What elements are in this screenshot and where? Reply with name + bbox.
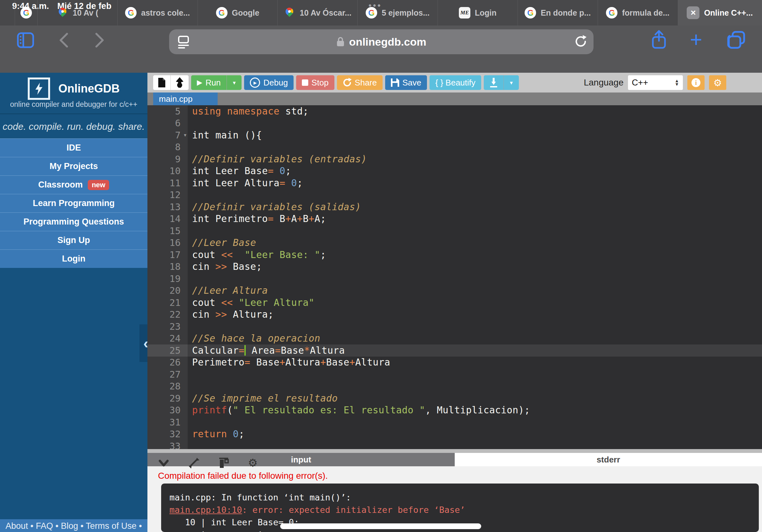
download-options-dropdown[interactable]: ▼ [504,75,519,90]
code-line-30[interactable]: 30printf(" El resultado es: El resultado… [147,404,762,417]
forward-icon[interactable] [93,32,106,48]
page-menu-icon[interactable] [176,34,191,49]
code-line-18[interactable]: 18cin >> Base; [147,261,762,273]
code-line-15[interactable]: 15 [147,225,762,237]
code-line-27[interactable]: 27 [147,368,762,380]
tab-title: formula de... [622,8,669,18]
tab-stderr[interactable]: stderr [455,453,762,466]
tab-title: Online C++... [704,8,753,18]
browser-tab[interactable]: GEn donde p... [518,0,598,26]
code-text: Perimetro= Base+Altura+Base+Altura [188,357,762,369]
horizontal-scrollbar[interactable] [280,523,481,529]
code-text [188,416,762,428]
gear-icon: ⚙ [714,77,722,88]
code-text: using namespace std; [188,105,762,117]
new-tab-icon[interactable]: + [690,31,702,48]
info-button[interactable]: i [687,75,705,90]
code-line-11[interactable]: 11int Leer Altura= 0; [147,177,762,189]
sidebar-footer-links[interactable]: About • FAQ • Blog • Terms of Use • [0,519,147,532]
new-file-button[interactable] [153,75,170,90]
line-number: 14 [147,213,188,225]
browser-tab[interactable]: ×Online C++... [678,0,762,26]
sidebar-item-my-projects[interactable]: My Projects [0,157,147,175]
browser-tab[interactable]: 10 Av Óscar... [277,0,358,26]
sidebar-item-classroom[interactable]: Classroomnew [0,175,147,194]
browser-tab[interactable]: G5 ejemplos... [358,0,438,26]
settings-button[interactable]: ⚙ [709,75,726,90]
beautify-button[interactable]: { } Beautify [429,75,481,90]
code-line-26[interactable]: 26Perimetro= Base+Altura+Base+Altura [147,357,762,369]
sidebar-toggle-icon[interactable] [17,31,35,49]
browser-tab[interactable]: Gformula de... [598,0,678,26]
code-line-22[interactable]: 22cin >> Altura; [147,309,762,321]
ipad-screen: 9:44 a.m.Mié 12 de feb ••• 77% [0,0,762,532]
save-button[interactable]: Save [385,75,427,90]
debug-button[interactable]: ▶Debug [244,75,294,90]
fold-arrow-icon[interactable]: ▼ [184,133,187,137]
expand-panel-icon[interactable] [188,457,199,469]
sidebar-item-learn-programming[interactable]: Learn Programming [0,194,147,212]
sidebar-item-login[interactable]: Login [0,249,147,268]
tab-title: 5 ejemplos... [382,8,429,18]
panel-settings-gear-icon[interactable]: ⚙ [248,457,258,469]
browser-tab[interactable]: 10 Av ( [38,0,118,26]
code-line-9[interactable]: 9//Definir variables (entradas) [147,153,762,165]
chevron-down-icon: ▼ [509,80,514,86]
code-line-33[interactable]: 33 [147,440,762,449]
code-line-8[interactable]: 8 [147,141,762,154]
browser-tab[interactable]: MELogin [438,0,518,26]
line-number: 17 [147,249,188,261]
file-tab-main-cpp[interactable]: main.cpp [153,93,218,105]
code-line-19[interactable]: 19 [147,273,762,285]
language-select[interactable]: C++ ▲▼ [628,75,683,90]
code-line-21[interactable]: 21cout << "Leer Altura" [147,297,762,309]
upload-button[interactable] [171,75,189,90]
code-editor[interactable]: 5using namespace std;67▼int main (){89//… [147,105,762,449]
browser-tab[interactable]: GGoogle [198,0,278,26]
run-button[interactable]: ▶Run [191,75,227,90]
code-line-10[interactable]: 10int Leer Base= 0; [147,165,762,177]
browser-tab-blank[interactable] [0,0,15,26]
browser-tab-blank[interactable]: G [15,0,38,26]
code-line-7[interactable]: 7▼int main (){ [147,129,762,141]
stop-button[interactable]: Stop [296,75,335,90]
code-line-5[interactable]: 5using namespace std; [147,105,762,117]
tabs-overview-icon[interactable] [727,30,746,49]
panel-resize-handle[interactable] [147,449,762,453]
share-icon[interactable] [650,30,667,50]
line-number: 6 [147,117,188,129]
sidebar-item-sign-up[interactable]: Sign Up [0,231,147,249]
code-line-12[interactable]: 12 [147,189,762,201]
close-tab-icon[interactable]: × [687,6,700,19]
code-line-16[interactable]: 16//Leer Base [147,237,762,249]
code-line-28[interactable]: 28 [147,380,762,393]
address-bar[interactable]: onlinegdb.com [169,29,593,54]
code-line-13[interactable]: 13//Definir variables (salidas) [147,201,762,213]
reload-icon[interactable] [573,34,588,49]
run-options-dropdown[interactable]: ▼ [227,75,242,90]
code-line-31[interactable]: 31 [147,416,762,428]
code-line-24[interactable]: 24//Se hace la operacion [147,333,762,345]
floppy-icon [391,79,399,87]
share-button[interactable]: Share [337,75,383,90]
share-refresh-icon [343,78,352,87]
code-line-20[interactable]: 20//Leer Altura [147,285,762,297]
collapse-panel-icon[interactable] [158,457,170,469]
back-icon[interactable] [57,32,70,48]
code-line-6[interactable]: 6 [147,117,762,129]
dock-panel-icon[interactable] [218,457,229,469]
sidebar-item-ide[interactable]: IDE [0,138,147,157]
code-line-25[interactable]: 25Calcular= Area=Base*Altura [147,345,762,357]
code-line-23[interactable]: 23 [147,320,762,333]
sidebar-item-label: IDE [66,143,81,153]
code-line-14[interactable]: 14int Perimetro= B+A+B+A; [147,213,762,225]
download-button[interactable] [484,75,503,90]
code-line-32[interactable]: 32return 0; [147,428,762,440]
code-line-17[interactable]: 17cout << "Leer Base: "; [147,249,762,261]
compilation-error-heading: Compilation failed due to following erro… [158,471,328,481]
ide-toolbar: ▶Run ▼ ▶Debug Stop Share Save { } Beauti… [147,73,762,93]
sidebar-item-programming-questions[interactable]: Programming Questions [0,212,147,231]
line-number: 22 [147,309,188,321]
code-line-29[interactable]: 29//Se imprime el resultado [147,392,762,404]
browser-tab[interactable]: Gastros cole... [118,0,198,26]
